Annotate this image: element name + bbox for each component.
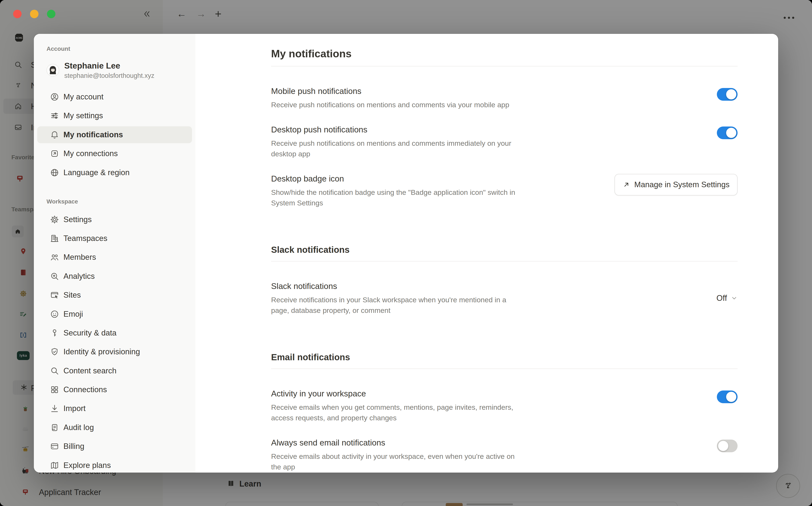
setting-description: Show/hide the notification badge using t…: [271, 187, 563, 208]
sidebar-item-analytics[interactable]: Analytics: [37, 268, 192, 285]
members-icon: [50, 253, 59, 262]
setting-title: Activity in your workspace: [271, 388, 563, 399]
selected-value: Off: [716, 293, 727, 303]
divider: [271, 66, 737, 66]
setting-title: Always send email notifications: [271, 437, 563, 448]
sidebar-item-connections[interactable]: Connections: [37, 381, 192, 398]
sidebar-item-language-region[interactable]: Language & region: [37, 164, 192, 181]
sidebar-item-content-search[interactable]: Content search: [37, 362, 192, 379]
map-icon: [50, 461, 59, 470]
divider: [271, 368, 737, 369]
toggle-knob: [726, 392, 736, 402]
grid-icon: [50, 385, 59, 394]
setting-title: Desktop badge icon: [271, 173, 563, 184]
search-icon: [50, 366, 59, 375]
user-row[interactable]: Stephanie Lee stephanie@toolsforthought.…: [37, 56, 192, 84]
setting-row-desktop-push: Desktop push notifications Receive push …: [271, 124, 737, 159]
page-title: My notifications: [271, 47, 737, 61]
setting-description: Receive notifications in your Slack work…: [271, 294, 563, 316]
toggle-knob: [726, 128, 736, 138]
close-window-button[interactable]: [13, 10, 21, 18]
sidebar-item-settings[interactable]: Settings: [37, 211, 192, 228]
mobile-push-toggle[interactable]: [717, 88, 737, 101]
arrow-up-right-box-icon: [50, 149, 59, 158]
setting-description: Receive push notifications on mentions a…: [271, 138, 563, 159]
notifications-panel: My notifications Mobile push notificatio…: [229, 34, 778, 473]
sidebar-item-sites[interactable]: Sites: [37, 287, 192, 304]
user-email: stephanie@toolsforthought.xyz: [64, 72, 155, 80]
setting-description: Receive emails about activity in your wo…: [271, 451, 563, 472]
always-send-email-toggle[interactable]: [717, 440, 737, 452]
setting-row-desktop-badge: Desktop badge icon Show/hide the notific…: [271, 173, 737, 208]
settings-sidebar: Account Stephanie Lee stephanie@toolsfor…: [34, 34, 195, 473]
toggle-knob: [726, 89, 736, 99]
bell-icon: [50, 130, 59, 140]
email-section-heading: Email notifications: [271, 351, 737, 363]
credit-card-icon: [50, 442, 59, 451]
sidebar-item-security-data[interactable]: Security & data: [37, 325, 192, 341]
slack-notifications-select[interactable]: Off: [716, 293, 737, 303]
sidebar-item-my-account[interactable]: My account: [37, 88, 192, 105]
sidebar-item-identity-provisioning[interactable]: Identity & provisioning: [37, 343, 192, 360]
sidebar-item-explore-plans[interactable]: Explore plans: [37, 457, 192, 473]
setting-description: Receive emails when you get comments, me…: [271, 402, 563, 423]
sidebar-item-emoji[interactable]: Emoji: [37, 306, 192, 323]
screen: ← → + ACME Search Notion AI Home Inbox F…: [0, 0, 812, 506]
user-circle-icon: [50, 92, 59, 101]
shield-check-icon: [50, 347, 59, 356]
key-icon: [50, 328, 59, 338]
smiley-icon: [50, 310, 59, 319]
settings-dialog: Account Stephanie Lee stephanie@toolsfor…: [34, 34, 778, 473]
sidebar-item-teamspaces[interactable]: Teamspaces: [37, 230, 192, 247]
sidebar-item-my-settings[interactable]: My settings: [37, 107, 192, 124]
manage-system-settings-button[interactable]: Manage in System Settings: [614, 174, 737, 195]
desktop-push-toggle[interactable]: [717, 126, 737, 139]
setting-title: Desktop push notifications: [271, 124, 563, 136]
scroll-icon: [50, 423, 59, 432]
sidebar-item-billing[interactable]: Billing: [37, 438, 192, 455]
toggle-knob: [718, 441, 728, 451]
browser-cursor-icon: [50, 290, 59, 300]
gear-icon: [50, 215, 59, 224]
slack-section-heading: Slack notifications: [271, 244, 737, 256]
setting-row-activity-workspace: Activity in your workspace Receive email…: [271, 388, 737, 423]
magnifier-plus-icon: [50, 272, 59, 281]
sidebar-item-audit-log[interactable]: Audit log: [37, 419, 192, 436]
setting-title: Mobile push notifications: [271, 85, 563, 97]
setting-row-mobile-push: Mobile push notifications Receive push n…: [271, 85, 737, 110]
download-arrow-icon: [50, 404, 59, 413]
workspace-section-label: Workspace: [46, 197, 192, 205]
zoom-window-button[interactable]: [47, 10, 56, 18]
chevron-down-icon: [731, 295, 737, 302]
app-window: ← → + ACME Search Notion AI Home Inbox F…: [0, 0, 812, 506]
user-name: Stephanie Lee: [64, 61, 155, 71]
sidebar-item-my-connections[interactable]: My connections: [37, 145, 192, 162]
setting-description: Receive push notifications on mentions a…: [271, 99, 563, 110]
sidebar-item-members[interactable]: Members: [37, 249, 192, 266]
setting-row-slack: Slack notifications Receive notification…: [271, 280, 737, 316]
activity-email-toggle[interactable]: [717, 391, 737, 403]
avatar: [46, 64, 59, 77]
divider: [271, 261, 737, 261]
sidebar-item-import[interactable]: Import: [37, 400, 192, 417]
arrow-up-right-icon: [622, 181, 630, 188]
setting-row-always-send: Always send email notifications Receive …: [271, 437, 737, 472]
globe-icon: [50, 168, 59, 177]
setting-title: Slack notifications: [271, 280, 563, 292]
sliders-icon: [50, 111, 59, 120]
account-section-label: Account: [46, 45, 192, 53]
sidebar-item-my-notifications[interactable]: My notifications: [37, 126, 192, 143]
minimize-window-button[interactable]: [30, 10, 38, 18]
buildings-icon: [50, 234, 59, 243]
